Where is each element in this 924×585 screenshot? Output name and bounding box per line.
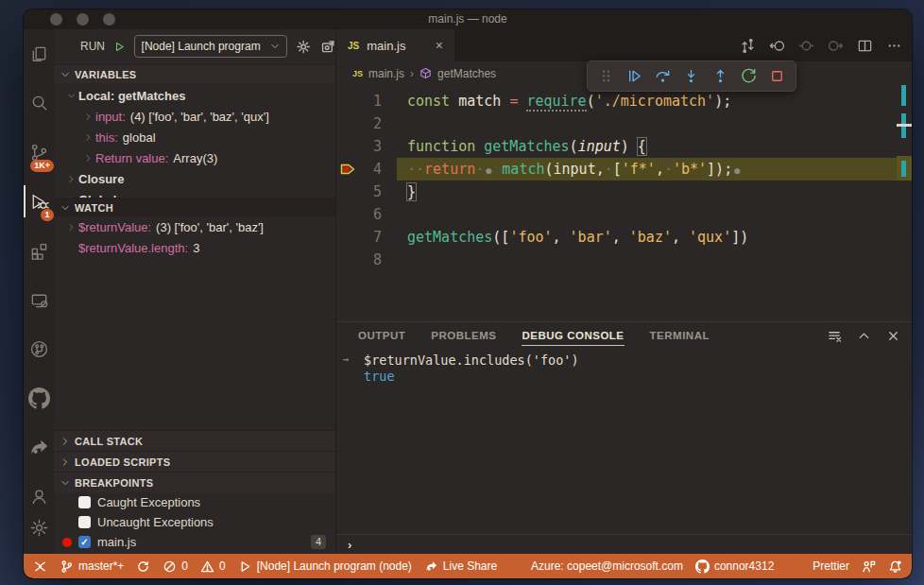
- code-line-4[interactable]: 4··return·● match(input,·['f*',·'b*']);●: [336, 158, 912, 181]
- breakpoint-checkbox[interactable]: [78, 496, 91, 508]
- split-editor-icon[interactable]: [857, 38, 873, 54]
- line-number[interactable]: 2: [336, 112, 397, 135]
- code-line-8[interactable]: 8: [336, 249, 912, 271]
- tab-main-js[interactable]: JS main.js ×: [336, 29, 454, 61]
- line-number[interactable]: 7: [336, 226, 397, 249]
- maximize-panel-icon[interactable]: [857, 329, 871, 343]
- status-item-label: Live Share: [443, 559, 497, 573]
- code-line-1[interactable]: 1const match = require('./micromatch');: [336, 90, 912, 112]
- continue-button[interactable]: [624, 66, 644, 87]
- status-item-live[interactable]: Live Share: [424, 559, 497, 574]
- tree-row[interactable]: input:(4) ['foo', 'bar', 'baz', 'qux']: [54, 106, 335, 127]
- status-item-0[interactable]: 0: [163, 559, 188, 574]
- breakpoint-row[interactable]: Caught Exceptions: [54, 492, 335, 512]
- restart-button[interactable]: [739, 66, 760, 87]
- more-actions-icon[interactable]: [886, 38, 902, 54]
- code-line-7[interactable]: 7getMatches(['foo', 'bar', 'baz', 'qux']…: [336, 226, 912, 249]
- navigate-dim-icon[interactable]: [798, 38, 814, 54]
- breakpoint-current-line-icon[interactable]: [339, 161, 356, 178]
- launch-config-dropdown[interactable]: [Node] Launch program: [134, 35, 288, 58]
- status-item-feedback[interactable]: [862, 559, 876, 574]
- tree-row[interactable]: Global: [54, 189, 335, 198]
- status-item-master*+[interactable]: master*+: [60, 559, 124, 574]
- step-into-button[interactable]: [681, 66, 702, 87]
- status-item-prettier[interactable]: Prettier: [813, 559, 849, 573]
- navigate-back-icon[interactable]: [769, 38, 785, 54]
- breakpoint-row[interactable]: ✓main.js4: [54, 532, 335, 552]
- start-debug-icon[interactable]: [113, 41, 126, 53]
- tree-row[interactable]: $returnValue:(3) ['foo', 'bar', 'baz']: [54, 216, 335, 237]
- code-line-6[interactable]: 6: [336, 203, 912, 226]
- activity-item-github[interactable]: [24, 373, 54, 422]
- status-item-sync[interactable]: [136, 559, 150, 574]
- breadcrumb-symbol[interactable]: getMatches: [437, 67, 496, 80]
- watch-section-header[interactable]: WATCH: [54, 198, 335, 216]
- activity-badge: 1K+: [30, 160, 54, 172]
- activity-item-remote-explorer[interactable]: [24, 275, 54, 324]
- activity-item-live-share[interactable]: [24, 422, 54, 472]
- tree-row[interactable]: this:global: [54, 127, 335, 147]
- configure-gear-icon[interactable]: [296, 39, 311, 55]
- status-item-remote[interactable]: [33, 559, 47, 574]
- tree-row[interactable]: Return value:Array(3): [54, 147, 335, 168]
- variables-section-header[interactable]: VARIABLES: [54, 64, 335, 83]
- line-number[interactable]: 4: [336, 158, 397, 181]
- loaded-scripts-section-header[interactable]: LOADED SCRIPTS: [54, 451, 335, 472]
- chevron-right-icon: [80, 112, 95, 121]
- status-item-connor4312[interactable]: connor4312: [695, 559, 774, 574]
- code-line-2[interactable]: 2: [336, 112, 912, 135]
- variables-tree: Local: getMatchesinput:(4) ['foo', 'bar'…: [54, 85, 335, 198]
- breakpoints-section-header[interactable]: BREAKPOINTS: [54, 472, 335, 492]
- panel-tab-debug-console[interactable]: DEBUG CONSOLE: [522, 326, 624, 346]
- tree-row[interactable]: $returnValue.length:3: [54, 237, 335, 258]
- open-changes-icon[interactable]: [740, 38, 756, 54]
- activity-item-run-debug[interactable]: 1: [24, 177, 54, 226]
- activity-item-settings[interactable]: [24, 508, 54, 546]
- clear-console-icon[interactable]: [828, 329, 842, 343]
- status-item-azure[interactable]: Azure: copeet@microsoft.com: [531, 559, 683, 573]
- panel-tab-problems[interactable]: PROBLEMS: [431, 326, 496, 345]
- step-over-button[interactable]: [653, 66, 674, 87]
- line-number[interactable]: 1: [336, 90, 397, 112]
- code-editor[interactable]: 1const match = require('./micromatch');2…: [336, 85, 912, 321]
- settings-gear-icon: [28, 517, 50, 539]
- breakpoint-checkbox[interactable]: ✓: [78, 536, 91, 548]
- code-line-5[interactable]: 5}: [336, 181, 912, 203]
- tree-row[interactable]: Closure: [54, 168, 335, 189]
- step-out-button[interactable]: [710, 66, 730, 87]
- tree-row[interactable]: Local: getMatches: [54, 85, 335, 106]
- close-panel-icon[interactable]: [886, 329, 900, 343]
- activity-item-search[interactable]: [24, 78, 54, 128]
- line-number[interactable]: 8: [336, 249, 397, 271]
- status-item-0[interactable]: 0: [200, 559, 226, 574]
- line-number[interactable]: 6: [336, 203, 397, 226]
- chevron-down-icon: [60, 70, 70, 79]
- activity-bar: 1K+1: [24, 29, 54, 554]
- panel-tab-output[interactable]: OUTPUT: [358, 326, 405, 345]
- launch-config-label: [Node] Launch program: [142, 40, 267, 53]
- variable-value: global: [123, 130, 156, 145]
- tab-label: main.js: [367, 39, 405, 53]
- navigate-forward-icon[interactable]: [828, 38, 844, 54]
- activity-item-extensions[interactable]: [24, 226, 54, 275]
- status-item-bell[interactable]: [888, 559, 902, 574]
- code-line-3[interactable]: 3function getMatches(input) {: [336, 135, 912, 158]
- activity-item-explorer[interactable]: [24, 29, 54, 78]
- panel-tab-terminal[interactable]: TERMINAL: [650, 326, 710, 345]
- breakpoint-checkbox[interactable]: [78, 516, 91, 528]
- status-item-[node][interactable]: [Node] Launch program (node): [238, 559, 412, 574]
- debug-console-input[interactable]: ›: [336, 534, 912, 554]
- activity-item-source-control[interactable]: 1K+: [24, 128, 54, 177]
- line-number[interactable]: 3: [336, 135, 397, 158]
- line-number[interactable]: 5: [336, 181, 397, 203]
- breadcrumb-file[interactable]: main.js: [368, 67, 404, 80]
- close-tab-icon[interactable]: ×: [436, 39, 443, 52]
- title-bar[interactable]: main.js — node: [24, 9, 912, 29]
- stop-button[interactable]: [767, 66, 788, 87]
- stop-icon: [768, 67, 786, 85]
- open-debug-console-icon[interactable]: [320, 39, 335, 55]
- activity-item-pull-requests[interactable]: [24, 324, 54, 373]
- breakpoint-row[interactable]: Uncaught Exceptions: [54, 512, 335, 532]
- call-stack-section-header[interactable]: CALL STACK: [54, 430, 335, 451]
- warning-icon: [200, 559, 214, 574]
